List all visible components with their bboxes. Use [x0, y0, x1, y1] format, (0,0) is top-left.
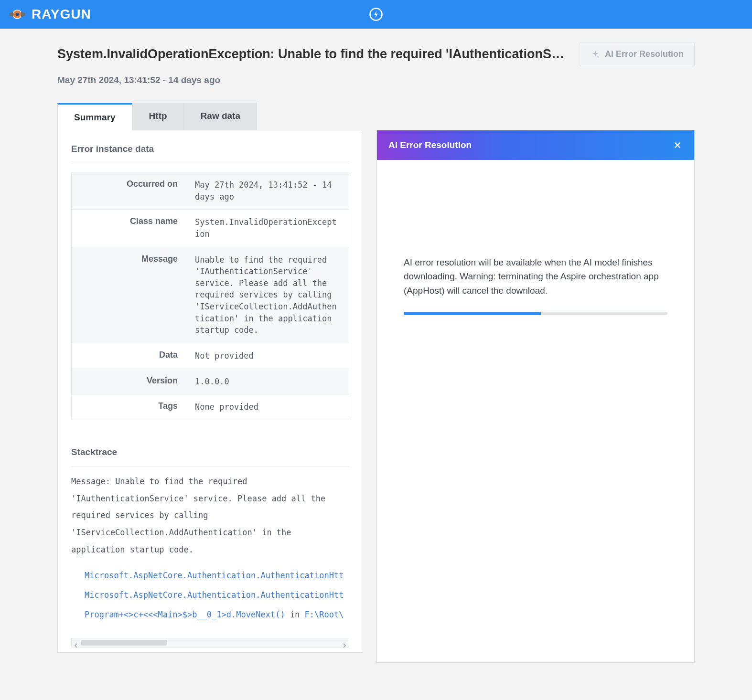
- ai-button-label: AI Error Resolution: [605, 49, 684, 59]
- row-label: Tags: [72, 394, 186, 420]
- table-row: Tags None provided: [72, 394, 349, 420]
- row-label: Message: [72, 247, 186, 343]
- ai-panel-body: AI error resolution will be available wh…: [377, 160, 694, 662]
- bolt-circle-icon[interactable]: [369, 7, 383, 21]
- tab-summary[interactable]: Summary: [57, 103, 132, 130]
- main-columns: Error instance data Occurred on May 27th…: [57, 130, 695, 663]
- stacktrace-title: Stacktrace: [71, 447, 349, 467]
- summary-panel: Error instance data Occurred on May 27th…: [57, 130, 363, 653]
- row-value: None provided: [186, 394, 349, 420]
- table-row: Data Not provided: [72, 343, 349, 369]
- tabs: Summary Http Raw data: [57, 103, 695, 130]
- sparkle-icon: [591, 50, 600, 59]
- scroll-left-icon[interactable]: [74, 640, 78, 645]
- stacktrace-message-prefix: Message:: [71, 477, 115, 486]
- table-row: Class name System.InvalidOperationExcept…: [72, 210, 349, 247]
- error-title: System.InvalidOperationException: Unable…: [57, 47, 568, 62]
- row-value: May 27th 2024, 13:41:52 - 14 days ago: [186, 172, 349, 209]
- stacktrace-message-text: Unable to find the required 'IAuthentica…: [71, 477, 330, 554]
- error-instance-table: Occurred on May 27th 2024, 13:41:52 - 14…: [71, 172, 349, 420]
- stacktrace-message: Message: Unable to find the required 'IA…: [71, 473, 349, 558]
- ai-panel-message: AI error resolution will be available wh…: [404, 255, 667, 297]
- stack-frame[interactable]: Program+<>c+<<<Main>$>b__0_1>d.MoveNext(…: [85, 605, 349, 625]
- table-row: Version 1.0.0.0: [72, 369, 349, 395]
- error-instance-title: Error instance data: [71, 144, 349, 163]
- row-value: Not provided: [186, 343, 349, 369]
- download-progress-fill: [404, 312, 541, 315]
- table-row: Message Unable to find the required 'IAu…: [72, 247, 349, 343]
- ai-panel-header: AI Error Resolution: [377, 130, 694, 160]
- brand-name: RAYGUN: [32, 7, 91, 22]
- raygun-logo-icon: [9, 6, 26, 23]
- row-label: Occurred on: [72, 172, 186, 209]
- page-content: System.InvalidOperationException: Unable…: [0, 29, 752, 691]
- horizontal-scrollbar[interactable]: [71, 638, 349, 647]
- tab-raw-data[interactable]: Raw data: [184, 103, 257, 130]
- top-bar: RAYGUN: [0, 0, 752, 29]
- scrollbar-thumb[interactable]: [81, 640, 167, 646]
- scrollbar-track[interactable]: [78, 640, 342, 646]
- stack-frame-method: Program+<>c+<<<Main>$>b__0_1>d.MoveNext(…: [85, 610, 285, 619]
- ai-panel-title: AI Error Resolution: [388, 140, 472, 150]
- stack-frame-path: F:\Root\: [305, 610, 344, 619]
- download-progress: [404, 312, 667, 315]
- scroll-right-icon[interactable]: [342, 640, 347, 645]
- ai-error-resolution-button[interactable]: AI Error Resolution: [580, 42, 695, 66]
- row-value: System.InvalidOperationException: [186, 210, 349, 246]
- title-row: System.InvalidOperationException: Unable…: [57, 42, 695, 66]
- table-row: Occurred on May 27th 2024, 13:41:52 - 14…: [72, 172, 349, 210]
- row-label: Class name: [72, 210, 186, 246]
- ai-panel: AI Error Resolution AI error resolution …: [376, 130, 695, 663]
- tab-http[interactable]: Http: [132, 103, 184, 130]
- timestamp: May 27th 2024, 13:41:52 - 14 days ago: [57, 75, 695, 85]
- svg-point-1: [16, 13, 19, 16]
- stack-frame-in: in: [285, 610, 305, 619]
- row-value: Unable to find the required 'IAuthentica…: [186, 247, 349, 343]
- close-icon[interactable]: [672, 140, 683, 150]
- brand: RAYGUN: [9, 6, 91, 23]
- stack-frame[interactable]: Microsoft.AspNetCore.Authentication.Auth…: [85, 585, 349, 605]
- stacktrace-frames: Microsoft.AspNetCore.Authentication.Auth…: [71, 566, 349, 635]
- row-label: Version: [72, 369, 186, 394]
- row-value: 1.0.0.0: [186, 369, 349, 394]
- row-label: Data: [72, 343, 186, 369]
- stack-frame[interactable]: Microsoft.AspNetCore.Authentication.Auth…: [85, 566, 349, 585]
